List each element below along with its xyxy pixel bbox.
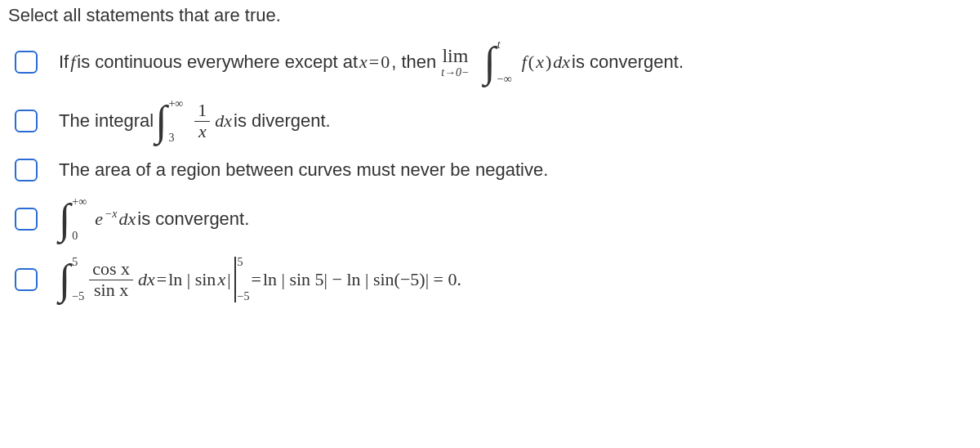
integral: ∫ 5 −5: [59, 258, 84, 301]
option-2: The integral ∫ +∞ 3 1 x dx is divergent.: [8, 100, 972, 142]
den: x: [195, 122, 210, 141]
statement-1-text: If f is continuous everywhere except at …: [59, 41, 684, 83]
txt: If: [59, 52, 69, 73]
txt: , then: [391, 52, 436, 73]
statement-4-text: ∫ +∞ 0 e−x dx is convergent.: [59, 198, 249, 240]
upper: t: [497, 39, 512, 51]
txt: The area of a region between curves must…: [59, 159, 548, 181]
paren-c: ): [546, 52, 551, 73]
limit-expr: lim t→0−: [441, 46, 469, 78]
upper: +∞: [168, 98, 183, 110]
dx: dx: [553, 52, 570, 73]
paren-o: (: [528, 52, 534, 73]
integral: ∫ +∞ 0: [59, 198, 87, 240]
checkbox-4[interactable]: [15, 208, 38, 231]
e: e: [95, 208, 103, 230]
int-limits: +∞ 0: [72, 208, 87, 231]
eq: =: [369, 52, 379, 73]
vertical-bar-icon: [234, 257, 236, 302]
fraction: cos x sin x: [89, 259, 133, 299]
checkbox-1[interactable]: [15, 51, 38, 74]
num: 1: [194, 101, 210, 121]
lim-sub: t→0−: [441, 67, 469, 78]
fraction: 1 x: [194, 101, 210, 141]
lower: −5: [72, 291, 84, 302]
int-limits: +∞ 3: [168, 110, 183, 132]
dx: dx: [138, 269, 155, 290]
lower: 0: [72, 231, 87, 242]
txt: The integral: [59, 110, 154, 132]
abs: |: [227, 269, 230, 290]
lower: 3: [168, 132, 183, 144]
eq: =: [251, 269, 261, 290]
rhs: ln | sin 5| − ln | sin(−5)| = 0.: [263, 269, 461, 290]
option-1: If f is continuous everywhere except at …: [8, 41, 972, 83]
option-3: The area of a region between curves must…: [8, 159, 972, 181]
checkbox-2[interactable]: [15, 110, 38, 132]
txt: is divergent.: [234, 110, 331, 132]
txt: is convergent.: [137, 208, 249, 230]
integral: ∫ +∞ 3: [155, 100, 183, 142]
prompt-text: Select all statements that are true.: [8, 5, 972, 26]
checkbox-3[interactable]: [15, 159, 38, 181]
integral: ∫ t −∞: [484, 41, 512, 83]
statement-3-text: The area of a region between curves must…: [59, 159, 548, 181]
var-f: f: [70, 52, 75, 73]
exp: −x: [105, 208, 118, 221]
int-limits: 5 −5: [72, 268, 84, 291]
txt: is continuous everywhere except at: [77, 52, 358, 73]
x: x: [217, 269, 225, 290]
dx: dx: [119, 208, 136, 230]
eq: =: [157, 269, 167, 290]
upper: 5: [72, 257, 84, 268]
upper: +∞: [72, 196, 87, 208]
option-5: ∫ 5 −5 cos x sin x dx = ln | sin x | 5 −…: [8, 257, 972, 302]
integral-sign-icon: ∫: [155, 100, 167, 142]
integral-sign-icon: ∫: [59, 198, 70, 240]
zero: 0: [381, 52, 390, 73]
checkbox-5[interactable]: [15, 268, 38, 291]
den: sin x: [91, 280, 131, 300]
statement-5-text: ∫ 5 −5 cos x sin x dx = ln | sin x | 5 −…: [59, 257, 461, 302]
eval-bar: 5 −5: [233, 257, 250, 302]
var-x2: x: [536, 52, 544, 73]
num: cos x: [89, 259, 133, 280]
lower: −∞: [497, 74, 512, 85]
integral-sign-icon: ∫: [484, 41, 496, 83]
integral-sign-icon: ∫: [59, 258, 70, 301]
integrand-f: f: [522, 52, 527, 73]
lim: lim: [442, 46, 468, 65]
option-4: ∫ +∞ 0 e−x dx is convergent.: [8, 198, 972, 240]
dx: dx: [215, 110, 232, 132]
eval-lower: −5: [238, 291, 250, 302]
var-x: x: [359, 52, 368, 73]
txt: is convergent.: [572, 52, 684, 73]
ln: ln | sin: [168, 269, 216, 290]
statement-2-text: The integral ∫ +∞ 3 1 x dx is divergent.: [59, 100, 331, 142]
eval-upper: 5: [238, 257, 250, 268]
int-limits: t −∞: [497, 51, 512, 74]
